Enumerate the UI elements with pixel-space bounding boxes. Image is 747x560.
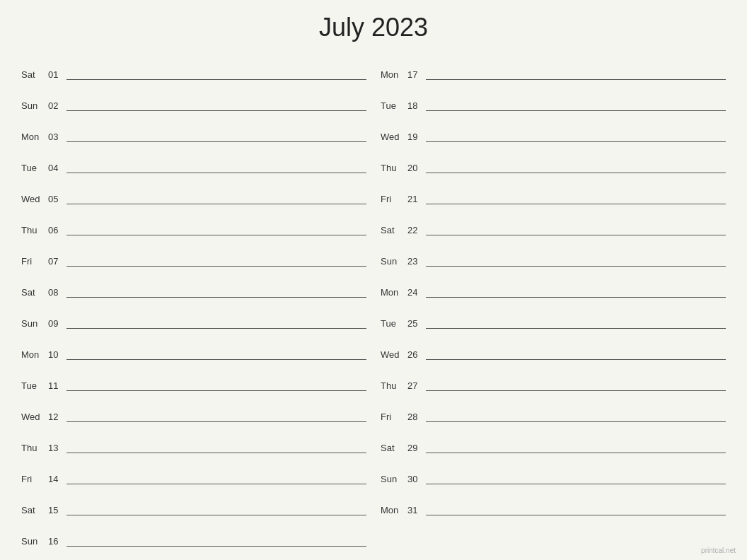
day-number: 19 xyxy=(407,132,426,144)
day-row: Sat22 xyxy=(381,209,726,240)
day-name: Sat xyxy=(21,505,48,517)
day-number: 05 xyxy=(48,194,66,206)
day-line xyxy=(66,390,366,391)
day-line xyxy=(426,235,726,235)
day-line xyxy=(426,173,726,173)
day-number: 08 xyxy=(48,287,66,299)
day-row: Tue11 xyxy=(21,364,366,395)
day-row: Fri07 xyxy=(21,240,366,271)
day-name: Thu xyxy=(21,443,48,455)
day-name: Sun xyxy=(21,100,48,112)
day-number: 06 xyxy=(48,225,66,237)
day-line xyxy=(426,141,726,142)
day-name: Fri xyxy=(381,194,407,206)
day-name: Fri xyxy=(21,256,48,268)
day-row: Mon31 xyxy=(381,489,726,520)
day-number: 09 xyxy=(48,318,66,330)
day-name: Sun xyxy=(21,536,48,548)
day-name: Fri xyxy=(21,474,48,486)
day-line xyxy=(66,328,366,329)
day-row: Wed12 xyxy=(21,395,366,426)
day-number: 02 xyxy=(48,100,66,112)
day-number: 29 xyxy=(407,443,426,455)
day-row: Fri28 xyxy=(381,395,726,426)
day-line xyxy=(426,515,726,515)
day-row: Wed26 xyxy=(381,333,726,364)
day-row: Sun09 xyxy=(21,302,366,333)
day-row: Thu27 xyxy=(381,364,726,395)
day-line xyxy=(66,173,366,173)
day-name: Sat xyxy=(21,69,48,81)
day-line xyxy=(66,235,366,235)
day-number: 12 xyxy=(48,412,66,424)
day-number: 30 xyxy=(407,474,426,486)
page-title: July 2023 xyxy=(0,0,747,49)
day-number: 24 xyxy=(407,287,426,299)
right-column: Mon17Tue18Wed19Thu20Fri21Sat22Sun23Mon24… xyxy=(381,53,726,551)
day-name: Tue xyxy=(21,163,48,175)
day-name: Tue xyxy=(21,380,48,392)
day-row: Sat15 xyxy=(21,489,366,520)
day-name: Sun xyxy=(381,474,407,486)
day-row: Wed05 xyxy=(21,177,366,209)
day-line xyxy=(66,546,366,547)
day-line xyxy=(66,359,366,360)
day-line xyxy=(66,421,366,422)
day-line xyxy=(66,266,366,267)
day-number: 23 xyxy=(407,256,426,268)
day-number: 17 xyxy=(407,69,426,81)
day-line xyxy=(66,515,366,515)
day-name: Tue xyxy=(381,318,407,330)
day-row: Mon10 xyxy=(21,333,366,364)
day-number: 10 xyxy=(48,349,66,361)
day-name: Mon xyxy=(381,505,407,517)
day-line xyxy=(426,297,726,298)
day-row: Tue25 xyxy=(381,302,726,333)
day-line xyxy=(426,390,726,391)
day-line xyxy=(426,453,726,453)
day-row: Sun23 xyxy=(381,240,726,271)
day-line xyxy=(66,204,366,204)
day-line xyxy=(66,484,366,484)
day-number: 31 xyxy=(407,505,426,517)
day-number: 01 xyxy=(48,69,66,81)
day-name: Mon xyxy=(21,349,48,361)
day-row: Thu20 xyxy=(381,146,726,177)
left-column: Sat01Sun02Mon03Tue04Wed05Thu06Fri07Sat08… xyxy=(21,53,366,551)
day-row: Fri21 xyxy=(381,177,726,209)
day-row: Mon17 xyxy=(381,53,726,84)
day-row: Thu13 xyxy=(21,426,366,457)
day-line xyxy=(426,110,726,111)
day-number: 27 xyxy=(407,380,426,392)
day-row: Sun30 xyxy=(381,457,726,489)
day-name: Thu xyxy=(381,380,407,392)
day-name: Sat xyxy=(21,287,48,299)
day-row: Mon24 xyxy=(381,271,726,302)
day-name: Sat xyxy=(381,225,407,237)
day-row: Tue18 xyxy=(381,84,726,115)
day-number: 16 xyxy=(48,536,66,548)
day-number: 03 xyxy=(48,132,66,144)
day-row: Sat01 xyxy=(21,53,366,84)
day-row: Mon03 xyxy=(21,115,366,146)
day-line xyxy=(66,453,366,453)
day-line xyxy=(426,484,726,484)
day-number: 26 xyxy=(407,349,426,361)
day-number: 18 xyxy=(407,100,426,112)
day-name: Thu xyxy=(381,163,407,175)
day-number: 25 xyxy=(407,318,426,330)
day-row: Tue04 xyxy=(21,146,366,177)
day-name: Fri xyxy=(381,412,407,424)
day-line xyxy=(66,79,366,80)
day-name: Wed xyxy=(381,132,407,144)
day-number: 21 xyxy=(407,194,426,206)
day-number: 15 xyxy=(48,505,66,517)
day-number: 20 xyxy=(407,163,426,175)
day-number: 13 xyxy=(48,443,66,455)
day-name: Tue xyxy=(381,100,407,112)
day-number: 04 xyxy=(48,163,66,175)
day-number: 28 xyxy=(407,412,426,424)
day-number: 11 xyxy=(48,380,66,392)
watermark: printcal.net xyxy=(701,547,736,554)
day-name: Sat xyxy=(381,443,407,455)
